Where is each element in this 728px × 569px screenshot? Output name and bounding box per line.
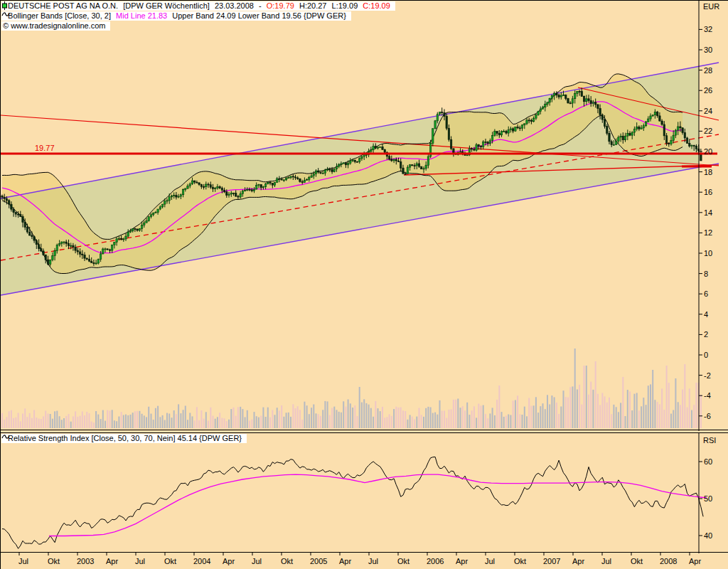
price-tick-label: 30: [704, 46, 712, 54]
copyright-notice: © www.tradesignalonline.com: [1, 21, 110, 31]
price-tick-label: 8: [704, 270, 708, 278]
time-tick-label: Okt: [514, 557, 526, 565]
time-axis[interactable]: JulOkt2003AprJulOkt2004AprJulOkt2005AprJ…: [1, 553, 728, 569]
time-tick-label: 2004: [193, 557, 210, 565]
instrument-header: DEUTSCHE POST AG NA O.N. [DPW GER Wöchen…: [1, 1, 395, 11]
time-axis-canvas: JulOkt2003AprJulOkt2004AprJulOkt2005AprJ…: [1, 553, 728, 569]
time-tick-label: Okt: [397, 557, 410, 565]
bollinger-mid-value: Mid Line 21.83: [116, 11, 167, 20]
rsi-indicator-panel[interactable]: RSI605040 Relative Strength Index [Close…: [1, 432, 728, 553]
time-tick-label: Jul: [485, 557, 495, 565]
price-tick-label: 14: [704, 208, 712, 217]
price-tick-label: 4: [704, 310, 708, 319]
time-tick-label: Apr: [339, 557, 351, 565]
rsi-tick-label: 60: [704, 457, 712, 466]
time-tick-label: 2006: [427, 557, 444, 565]
price-alert-label: 19.77: [35, 144, 55, 152]
price-tick-label: 24: [704, 107, 712, 115]
price-chart-canvas[interactable]: 19.77EUR32302826242220181614121086420-2-…: [1, 1, 728, 431]
rsi-tick-label: 40: [704, 531, 712, 540]
price-tick-label: 0: [704, 351, 708, 359]
rsi-moving-average-line[interactable]: [49, 474, 707, 536]
instrument-name: DEUTSCHE POST AG NA O.N.: [8, 1, 118, 10]
time-tick-label: 2008: [660, 557, 677, 565]
price-chart-panel[interactable]: 19.77EUR32302826242220181614121086420-2-…: [1, 0, 728, 430]
price-tick-label: 22: [704, 127, 712, 135]
rsi-axis-unit: RSI: [703, 436, 716, 445]
price-tick-label: 2: [704, 330, 708, 339]
price-tick-label: 20: [704, 147, 712, 156]
time-tick-label: Jul: [601, 557, 611, 565]
price-tick-label: -2: [704, 371, 711, 380]
bollinger-header: Bollinger Bands [Close, 30, 2] Mid Line …: [1, 11, 351, 21]
time-tick-label: Jul: [368, 557, 378, 565]
time-tick-label: 2005: [310, 557, 327, 565]
time-tick-label: 2003: [77, 557, 94, 565]
quote-date: 23.03.2008: [215, 1, 254, 10]
price-tick-label: -4: [704, 391, 711, 400]
rsi-axis[interactable]: RSI605040: [699, 436, 716, 540]
time-tick-label: Apr: [223, 557, 235, 565]
time-tick-label: Okt: [281, 557, 293, 565]
low-value: L:19.09: [332, 1, 358, 10]
bollinger-label: Bollinger Bands [Close, 30, 2]: [8, 11, 111, 20]
time-tick-label: Okt: [164, 557, 176, 565]
volume-bars: [1, 349, 702, 428]
dash-separator: -: [259, 1, 262, 10]
copyright-text: © www.tradesignalonline.com: [3, 21, 105, 30]
high-value: H:20.27: [299, 1, 327, 10]
time-tick-label: Okt: [48, 557, 60, 565]
bollinger-bands-values: Upper Band 24.09 Lower Band 19.56 {DPW G…: [172, 11, 346, 20]
price-tick-label: 12: [704, 228, 712, 237]
price-tick-label: 16: [704, 188, 712, 196]
rsi-line[interactable]: [2, 457, 703, 548]
price-tick-label: 10: [704, 249, 712, 257]
rsi-tick-label: 50: [704, 494, 712, 503]
tradesignal-chart-window: 19.77EUR32302826242220181614121086420-2-…: [0, 0, 728, 569]
price-tick-label: 6: [704, 289, 708, 298]
time-tick-label: Okt: [631, 557, 643, 565]
time-ticks[interactable]: JulOkt2003AprJulOkt2004AprJulOkt2005AprJ…: [18, 553, 701, 565]
rsi-label: Relative Strength Index [Close, 50, 30, …: [8, 434, 242, 442]
price-axis-unit: EUR: [703, 2, 719, 11]
price-tick-label: 28: [704, 66, 712, 75]
time-tick-label: Apr: [572, 557, 584, 565]
time-tick-label: Jul: [135, 557, 145, 565]
close-value: C:19.09: [363, 1, 390, 10]
rsi-chart-canvas[interactable]: RSI605040: [1, 433, 728, 553]
price-tick-label: 26: [704, 86, 712, 95]
time-tick-label: Jul: [252, 557, 262, 565]
price-tick-label: -6: [704, 412, 711, 420]
time-tick-label: Jul: [18, 557, 28, 565]
price-tick-label: 32: [704, 25, 712, 33]
time-tick-label: 2007: [543, 557, 560, 565]
time-tick-label: Apr: [456, 557, 468, 565]
time-tick-label: Apr: [689, 557, 701, 565]
open-value: O:19.79: [267, 1, 294, 10]
rsi-header: Relative Strength Index [Close, 50, 30, …: [1, 434, 247, 443]
price-tick-label: 18: [704, 168, 712, 176]
time-tick-label: Apr: [106, 557, 118, 565]
instrument-context: [DPW GER Wöchentlich]: [123, 1, 210, 10]
